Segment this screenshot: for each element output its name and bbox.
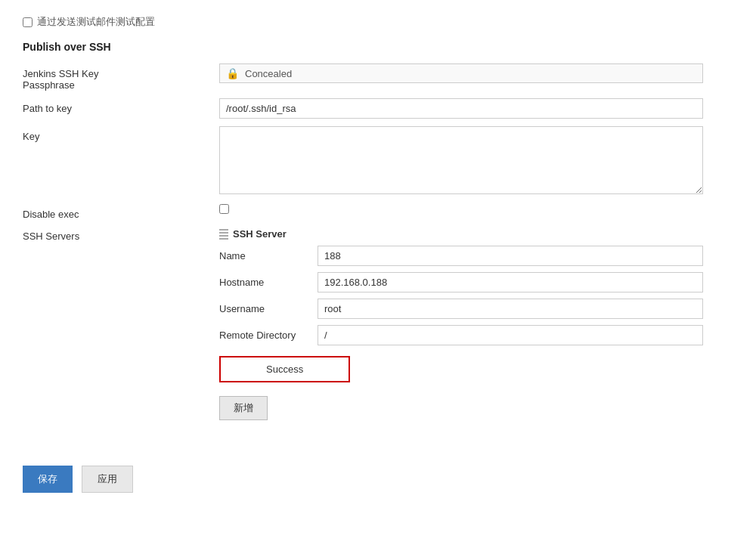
ssh-remote-dir-input[interactable] [318,325,703,345]
ssh-server-block: SSH Server Name Hostname Username [219,227,703,382]
drag-handle[interactable] [219,229,228,240]
ssh-name-label: Name [219,250,318,262]
disable-exec-checkbox[interactable] [219,204,229,214]
success-button[interactable]: Success [219,356,350,382]
ssh-hostname-row: Hostname [219,272,703,292]
lock-icon: 🔒 [226,67,239,79]
ssh-servers-row: SSH Servers SSH Server Name [23,227,733,420]
ssh-hostname-label: Hostname [219,277,318,288]
path-to-key-control [219,98,733,119]
key-row: Key [23,126,733,197]
path-to-key-label: Path to key [23,98,219,114]
bottom-buttons: 保存 应用 [23,466,733,493]
disable-exec-label: Disable exec [23,204,219,220]
key-control [219,126,733,197]
passphrase-label: Jenkins SSH Key Passphrase [23,63,219,91]
passphrase-input[interactable]: 🔒 Concealed [219,63,703,83]
ssh-username-label: Username [219,303,318,314]
top-checkbox-row: 通过发送测试邮件测试配置 [23,15,733,29]
disable-exec-control [219,204,733,214]
test-email-label: 通过发送测试邮件测试配置 [37,15,155,29]
path-to-key-row: Path to key [23,98,733,119]
ssh-username-input[interactable] [318,299,703,319]
passphrase-row: Jenkins SSH Key Passphrase 🔒 Concealed [23,63,733,91]
ssh-name-row: Name [219,246,703,266]
key-label: Key [23,126,219,142]
ssh-name-input[interactable] [318,246,703,266]
path-to-key-input[interactable] [219,98,703,119]
ssh-hostname-input[interactable] [318,272,703,292]
apply-button[interactable]: 应用 [82,466,133,493]
key-textarea[interactable] [219,126,703,194]
ssh-remote-dir-label: Remote Directory [219,330,318,341]
section-title: Publish over SSH [23,41,733,53]
ssh-servers-control: SSH Server Name Hostname Username [219,227,733,420]
ssh-remote-dir-row: Remote Directory [219,325,703,345]
form-section: Jenkins SSH Key Passphrase 🔒 Concealed P… [23,63,733,428]
disable-exec-row: Disable exec [23,204,733,220]
test-email-checkbox[interactable] [23,17,33,27]
passphrase-value: Concealed [245,68,292,79]
ssh-server-header: SSH Server [219,227,703,240]
page-wrapper: 通过发送测试邮件测试配置 Publish over SSH Jenkins SS… [0,0,756,554]
ssh-username-row: Username [219,299,703,319]
success-wrap: Success [219,356,703,382]
add-button[interactable]: 新增 [219,396,268,420]
ssh-servers-label: SSH Servers [23,227,219,242]
passphrase-control: 🔒 Concealed [219,63,733,83]
save-button[interactable]: 保存 [23,466,73,493]
